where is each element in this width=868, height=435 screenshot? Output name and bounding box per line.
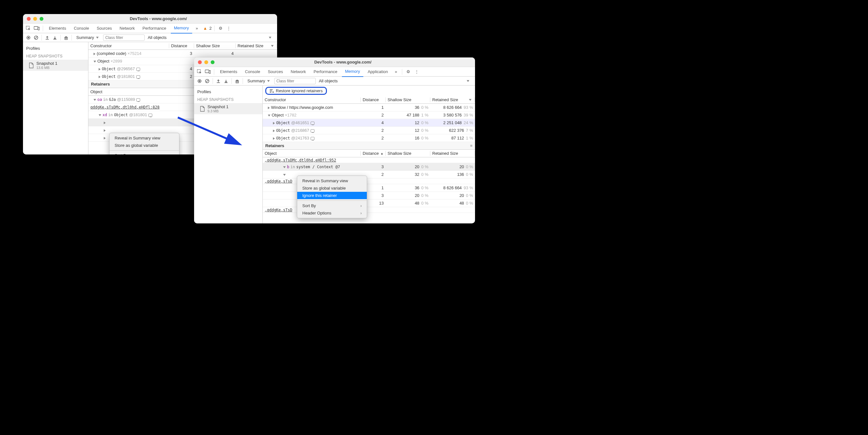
gear-icon[interactable]: ⚙: [405, 68, 412, 75]
col-shallow[interactable]: Shallow Size: [385, 97, 430, 102]
tab-elements[interactable]: Elements: [45, 24, 69, 33]
clear-icon[interactable]: [33, 34, 39, 41]
col-retained[interactable]: Retained Size: [430, 151, 475, 156]
table-row[interactable]: ,qddgKe,sTsD: [263, 207, 475, 213]
table-row[interactable]: (compiled code) ×75214 3 4: [88, 50, 277, 57]
table-row[interactable]: 2 320 % 1360 %: [263, 171, 475, 178]
table-row[interactable]: 13 480 % 480 %: [263, 199, 475, 207]
gc-icon[interactable]: [234, 77, 241, 85]
snapshot-name: Snapshot 1: [36, 61, 58, 66]
titlebar[interactable]: DevTools - www.google.com/: [194, 57, 475, 67]
col-object[interactable]: Object: [263, 151, 361, 156]
view-select[interactable]: Summary: [74, 35, 102, 40]
inspect-icon[interactable]: [25, 25, 32, 32]
table-row[interactable]: ,qddgKe,sTsD: [263, 178, 475, 184]
context-menu[interactable]: Reveal in Summary view Store as global v…: [109, 133, 179, 154]
col-constructor[interactable]: Constructor: [263, 97, 361, 102]
file-icon: [200, 106, 205, 112]
scope-select[interactable]: All objects: [316, 79, 473, 83]
close-icon[interactable]: [198, 60, 202, 64]
snapshot-size: 13.6 MB: [36, 66, 58, 69]
col-shallow[interactable]: Shallow Size: [385, 151, 430, 156]
table-row[interactable]: Object @216867 2 120 % 622 3767 %: [263, 127, 475, 134]
gear-icon[interactable]: ⚙: [217, 25, 224, 32]
snapshot-item[interactable]: Snapshot 1 9.3 MB: [194, 103, 262, 114]
table-row[interactable]: 3 200 % 200 %: [263, 192, 475, 199]
tab-sources[interactable]: Sources: [265, 67, 286, 76]
menu-store[interactable]: Store as global variable: [110, 142, 179, 149]
col-distance[interactable]: Distance: [361, 97, 385, 102]
tab-memory[interactable]: Memory: [171, 23, 192, 33]
profiles-heading: Profiles: [194, 88, 262, 96]
menu-reveal[interactable]: Reveal in Summary view: [297, 177, 367, 184]
tab-console[interactable]: Console: [242, 67, 264, 76]
menu-store[interactable]: Store as global variable: [297, 184, 367, 192]
device-icon[interactable]: [33, 25, 40, 32]
tab-network[interactable]: Network: [117, 24, 138, 33]
download-icon[interactable]: [52, 34, 58, 41]
view-label: Summary: [76, 35, 94, 40]
profiles-heading: Profiles: [23, 44, 88, 53]
table-row[interactable]: Object @461651 4 120 % 2 251 04824 %: [263, 119, 475, 127]
col-retained[interactable]: Retained Size: [236, 43, 277, 48]
record-icon[interactable]: [196, 77, 203, 85]
context-menu[interactable]: Reveal in Summary view Store as global v…: [297, 176, 367, 218]
table-row[interactable]: Object @241763 2 160 % 87 1121 %: [263, 134, 475, 142]
tab-network[interactable]: Network: [288, 67, 309, 76]
maximize-icon[interactable]: [39, 17, 43, 21]
tab-performance[interactable]: Performance: [139, 24, 169, 33]
class-filter-input[interactable]: [274, 78, 316, 84]
more-tabs-icon[interactable]: »: [392, 68, 399, 75]
col-distance[interactable]: Distance: [169, 43, 194, 48]
inspect-icon[interactable]: [196, 68, 203, 75]
retainers-header: Object Distance▲ Shallow Size Retained S…: [263, 150, 475, 157]
view-select[interactable]: Summary: [245, 79, 274, 83]
minimize-icon[interactable]: [33, 17, 37, 21]
table-row[interactable]: ,qddgKe,sTsDMc,dtl0hd,eHDfl:952: [263, 157, 475, 163]
menu-header-options[interactable]: Header Options›: [297, 209, 367, 217]
col-shallow[interactable]: Shallow Size: [194, 43, 236, 48]
window-title: DevTools - www.google.com/: [43, 16, 273, 21]
main-tabbar: Elements Console Sources Network Perform…: [194, 67, 475, 76]
upload-icon[interactable]: [44, 34, 51, 41]
col-retained[interactable]: Retained Size: [430, 97, 475, 102]
table-row[interactable]: b in system / Context @7 3 200 % 200 %: [263, 163, 475, 171]
kebab-icon[interactable]: ⋮: [225, 25, 232, 32]
more-tabs-icon[interactable]: »: [193, 25, 200, 32]
menu-sort[interactable]: Sort By›: [297, 202, 367, 209]
tab-application[interactable]: Application: [365, 67, 392, 76]
table-row[interactable]: Object ×1782 2 47 1881 % 3 580 57639 %: [263, 112, 475, 119]
tab-console[interactable]: Console: [70, 24, 92, 33]
class-filter-input[interactable]: [103, 34, 145, 41]
titlebar[interactable]: DevTools - www.google.com/: [23, 14, 277, 24]
tab-memory[interactable]: Memory: [342, 67, 363, 77]
col-distance[interactable]: Distance▲: [361, 151, 385, 156]
table-row[interactable]: 1 360 % 8 626 66493 %: [263, 184, 475, 192]
download-icon[interactable]: [222, 77, 229, 85]
menu-reveal[interactable]: Reveal in Summary view: [110, 134, 179, 142]
upload-icon[interactable]: [215, 77, 222, 85]
tab-sources[interactable]: Sources: [94, 24, 115, 33]
minimize-icon[interactable]: [204, 60, 208, 64]
tab-performance[interactable]: Performance: [310, 67, 340, 76]
close-icon[interactable]: [27, 17, 31, 21]
device-icon[interactable]: [204, 68, 211, 75]
snapshot-item[interactable]: Snapshot 1 13.6 MB: [23, 60, 88, 71]
tab-elements[interactable]: Elements: [217, 67, 240, 76]
maximize-icon[interactable]: [211, 60, 215, 64]
col-constructor[interactable]: Constructor: [88, 43, 169, 48]
scope-label: All objects: [319, 79, 338, 83]
restore-ignored-retainers-button[interactable]: Restore ignored retainers: [265, 87, 327, 95]
scope-select[interactable]: All objects: [145, 35, 275, 40]
menu-ignore-retainer[interactable]: Ignore this retainer: [297, 192, 367, 199]
chevron-down-icon: [267, 80, 270, 82]
kebab-icon[interactable]: ⋮: [413, 68, 420, 75]
warning-icon[interactable]: ▲: [202, 25, 209, 32]
menu-icon[interactable]: ≡: [470, 143, 472, 148]
menu-sort[interactable]: Sort By›: [110, 152, 179, 154]
record-icon[interactable]: [25, 34, 32, 41]
clear-icon[interactable]: [204, 77, 211, 85]
scope-label: All objects: [148, 35, 167, 40]
table-row[interactable]: Window / https://www.google.com 1 360 % …: [263, 104, 475, 112]
gc-icon[interactable]: [63, 34, 70, 41]
